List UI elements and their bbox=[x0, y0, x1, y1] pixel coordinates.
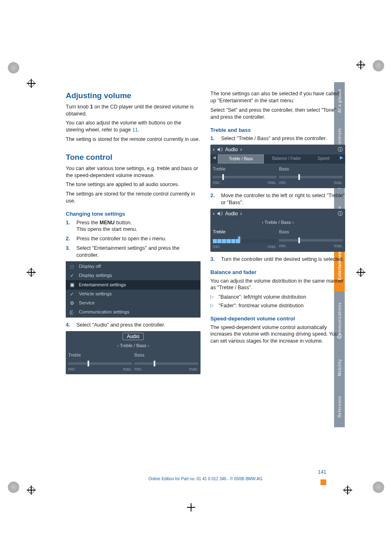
treble-slider: Treble min.max. bbox=[213, 166, 277, 186]
slider-thumb bbox=[298, 237, 300, 243]
min-label: min. bbox=[213, 244, 221, 250]
page-number: 141 bbox=[318, 469, 326, 475]
slider-thumb bbox=[222, 174, 224, 180]
text: Turn knob bbox=[66, 104, 90, 110]
body-text: The speed-dependent volume control autom… bbox=[210, 324, 345, 345]
min-label: min. bbox=[213, 180, 221, 186]
min-label: min. bbox=[279, 180, 287, 186]
menu-button-label: MENU bbox=[99, 220, 115, 226]
step: Move the controller to the left or right… bbox=[210, 192, 345, 206]
heading-adjusting-volume: Adjusting volume bbox=[66, 90, 201, 101]
audio-icon bbox=[217, 147, 223, 152]
slider-range: min.max. bbox=[213, 244, 277, 250]
bass-slider: Bass min.max. bbox=[279, 229, 343, 249]
body-text: The setting is stored for the remote con… bbox=[66, 136, 201, 143]
subtab: ‹ Treble / Bass › bbox=[66, 342, 201, 350]
tab-balance-fader: Balance / Fader bbox=[264, 154, 309, 164]
page-ref[interactable]: 11 bbox=[132, 127, 138, 133]
registration-mark bbox=[187, 503, 195, 511]
title-text: Audio bbox=[225, 210, 238, 217]
menu-row-icon: ((· bbox=[68, 309, 76, 315]
menu-row: ✓Display settings bbox=[66, 271, 201, 280]
info-icon: ⓘ bbox=[338, 210, 343, 217]
text: button. bbox=[115, 220, 132, 226]
audio-title-pill: Audio bbox=[122, 333, 144, 340]
steps-cont: Turn the controller until the desired se… bbox=[210, 256, 345, 263]
menu-row-icon: ✓ bbox=[68, 291, 76, 297]
slider-thumb bbox=[238, 237, 240, 242]
menu-row-icon: □ bbox=[68, 263, 76, 270]
printer-mark bbox=[372, 481, 385, 493]
sliders: Treble min.max. Bass min.max. bbox=[66, 350, 201, 374]
slider-label: Treble bbox=[213, 166, 277, 172]
steps-cont: Select "Audio" and press the controller. bbox=[66, 322, 201, 329]
heading-balance-fader: Balance and fader bbox=[210, 269, 345, 276]
body-text: You can adjust the volume distribution i… bbox=[210, 278, 345, 292]
registration-mark bbox=[357, 62, 364, 68]
max-label: max. bbox=[189, 366, 198, 372]
registration-mark bbox=[344, 487, 351, 493]
max-label: max. bbox=[334, 180, 343, 186]
menu-row-label: Display off bbox=[79, 263, 101, 270]
menu-row: ((·Communication settings bbox=[66, 308, 201, 317]
sliders: Treble min.max. Bass min.max. bbox=[210, 164, 345, 188]
right-arrow-icon: › bbox=[240, 210, 242, 217]
max-label: max. bbox=[334, 243, 343, 249]
menu-row: ✓Vehicle settings bbox=[66, 290, 201, 299]
slider-track bbox=[213, 176, 277, 178]
screenshot-title: Audio ⓘ bbox=[66, 331, 201, 342]
slider-thumb bbox=[88, 361, 89, 366]
step: Select "Audio" and press the controller. bbox=[66, 322, 201, 329]
text: This opens the start menu. bbox=[76, 226, 137, 232]
left-arrow-icon: ‹ bbox=[213, 210, 214, 217]
text: . bbox=[138, 127, 139, 133]
screenshot-settings-menu: □Display off✓Display settings▣Entertainm… bbox=[66, 261, 201, 318]
footer-line: Online Edition for Part no. 01 41 0 012 … bbox=[66, 477, 345, 481]
bullet: "Fader": front/rear volume distribution bbox=[210, 302, 345, 309]
menu-row-icon: ▣ bbox=[68, 281, 76, 288]
slider-thumb bbox=[298, 174, 300, 180]
slider-range: min.max. bbox=[134, 366, 198, 372]
bullet-list: "Balance": left/right volume distributio… bbox=[210, 294, 345, 309]
slider-range: min.max. bbox=[279, 180, 343, 186]
menu-row-icon: ✓ bbox=[68, 272, 76, 279]
body-text: You can also adjust the volume with butt… bbox=[66, 120, 201, 134]
treble-slider: Treble min.max. bbox=[68, 352, 132, 372]
steps: Press the MENU button. This opens the st… bbox=[66, 219, 201, 259]
slider-range: min.max. bbox=[279, 243, 343, 249]
min-label: min. bbox=[279, 243, 287, 249]
treble-slider-active: Treble min.max. bbox=[213, 229, 277, 249]
menu-row-label: Entertainment settings bbox=[79, 282, 126, 288]
tab-treble-bass: Treble / Bass bbox=[218, 154, 264, 164]
section-marker bbox=[321, 479, 326, 485]
text: You can also adjust the volume with butt… bbox=[66, 120, 181, 133]
heading-tone-control: Tone control bbox=[66, 152, 201, 163]
printer-mark bbox=[7, 62, 20, 74]
heading-speed-volume: Speed-dependent volume control bbox=[210, 315, 345, 322]
registration-mark bbox=[28, 487, 35, 493]
menu-row-icon: ⚙ bbox=[68, 300, 76, 306]
right-column: The tone settings can also be selected i… bbox=[210, 90, 345, 460]
slider-track bbox=[279, 176, 343, 178]
screenshot-treble-selected: ‹ Audio › ⓘ ‹ Treble / Bass › Treble min… bbox=[210, 209, 345, 252]
registration-mark bbox=[28, 269, 35, 276]
body-text: Select "Set" and press the controller, t… bbox=[210, 107, 345, 121]
text: menu. bbox=[151, 236, 166, 242]
heading-treble-bass: Treble and bass bbox=[210, 127, 345, 134]
slider-label: Treble bbox=[213, 229, 277, 235]
body-text: The settings are stored for the remote c… bbox=[66, 191, 201, 205]
printer-mark bbox=[372, 60, 385, 72]
menu-row: □Display off bbox=[66, 262, 201, 271]
slider-label: Bass bbox=[134, 352, 198, 358]
slider-track bbox=[279, 239, 343, 242]
min-label: min. bbox=[68, 366, 76, 372]
slider-label: Bass bbox=[279, 229, 343, 235]
scroll-left-icon: ◀ bbox=[210, 154, 218, 164]
text: Press the bbox=[76, 220, 99, 226]
step: Select "Treble / Bass" and press the con… bbox=[210, 135, 345, 142]
sliders: Treble min.max. Bass min.max. bbox=[210, 226, 345, 252]
info-icon: ⓘ bbox=[338, 146, 343, 153]
body-text: Turn knob 1 on the CD player until the d… bbox=[66, 104, 201, 117]
menu-row-label: Display settings bbox=[79, 272, 112, 279]
step: Select "Entertainment settings" and pres… bbox=[66, 245, 201, 259]
